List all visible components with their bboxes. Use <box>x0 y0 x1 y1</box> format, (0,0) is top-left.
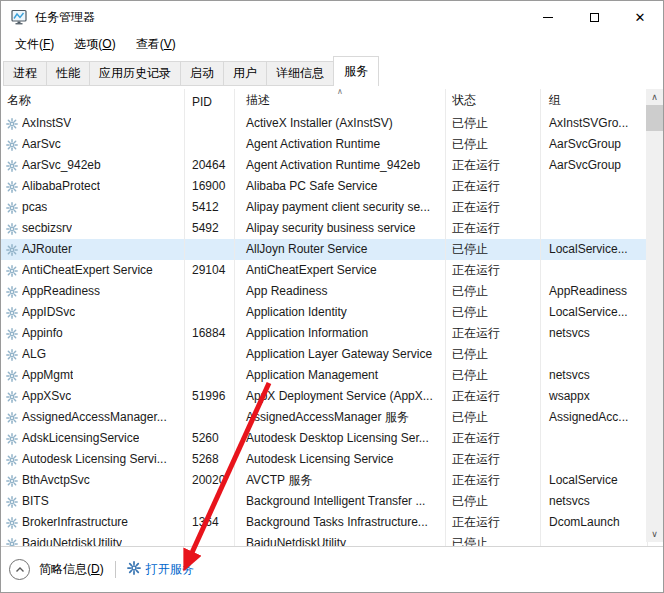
service-name: BrokerInfrastructure <box>22 512 128 533</box>
table-row[interactable]: AarSvc_942eb20464Agent Activation Runtim… <box>1 155 663 176</box>
tab-性能[interactable]: 性能 <box>46 61 90 86</box>
sort-ascending-icon: ∧ <box>337 89 343 96</box>
cell-status: 已停止 <box>446 281 541 302</box>
minimize-button[interactable] <box>525 1 571 33</box>
cell-status: 已停止 <box>446 239 541 260</box>
tab-用户[interactable]: 用户 <box>223 61 267 86</box>
table-row[interactable]: AppMgmtApplication Management已停止netsvcs <box>1 365 663 386</box>
column-header-name[interactable]: 名称 <box>1 89 185 113</box>
service-name: ALG <box>22 344 46 365</box>
cell-description: Alipay payment client security se... <box>235 197 446 218</box>
table-row[interactable]: AppReadinessApp Readiness已停止AppReadiness <box>1 281 663 302</box>
menu-item-o[interactable]: 选项(O) <box>68 34 121 55</box>
table-row[interactable]: AntiCheatExpert Service29104AntiCheatExp… <box>1 260 663 281</box>
service-gear-icon <box>6 412 18 424</box>
gear-icon <box>6 307 18 319</box>
maximize-button[interactable] <box>571 1 617 33</box>
column-header-pid[interactable]: PID <box>185 89 235 113</box>
service-name: AppXSvc <box>22 386 71 407</box>
cell-status: 已停止 <box>446 491 541 512</box>
table-row[interactable]: BthAvctpSvc20020AVCTP 服务正在运行LocalService <box>1 470 663 491</box>
gear-icon <box>6 286 18 298</box>
collapse-details-button[interactable] <box>9 559 30 580</box>
cell-status: 已停止 <box>446 365 541 386</box>
label-text: ) <box>112 37 116 51</box>
cell-status: 已停止 <box>446 113 541 134</box>
table-row[interactable]: AarSvcAgent Activation Runtime已停止AarSvcG… <box>1 134 663 155</box>
service-name: pcas <box>22 197 47 218</box>
window-title: 任务管理器 <box>35 9 95 26</box>
table-row[interactable]: Appinfo16884Application Information正在运行n… <box>1 323 663 344</box>
table-row[interactable]: BITSBackground Intelligent Transfer ...已… <box>1 491 663 512</box>
table-row[interactable]: AppIDSvcApplication Identity已停止LocalServ… <box>1 302 663 323</box>
gear-icon <box>6 160 18 172</box>
gear-icon <box>6 496 18 508</box>
cell-pid: 1364 <box>185 512 235 533</box>
cell-name: AxInstSV <box>1 113 185 134</box>
cell-description: Alibaba PC Safe Service <box>235 176 446 197</box>
column-header-label: 描述 <box>246 92 270 109</box>
tab-应用历史记录[interactable]: 应用历史记录 <box>89 61 181 86</box>
service-gear-icon <box>6 349 18 361</box>
table-row[interactable]: AxInstSVActiveX Installer (AxInstSV)已停止A… <box>1 113 663 134</box>
window-controls: ✕ <box>525 1 663 33</box>
cell-name: Autodesk Licensing Servi... <box>1 449 185 470</box>
close-button[interactable]: ✕ <box>617 1 663 33</box>
cell-name: AJRouter <box>1 239 185 260</box>
scrollbar-thumb[interactable] <box>646 105 663 131</box>
tab-启动[interactable]: 启动 <box>180 61 224 86</box>
column-header-description[interactable]: ∧ 描述 <box>235 89 446 113</box>
table-row[interactable]: AJRouterAllJoyn Router Service已停止LocalSe… <box>1 239 663 260</box>
open-services-link[interactable]: 打开服务 <box>127 561 194 578</box>
tab-进程[interactable]: 进程 <box>3 61 47 86</box>
table-row[interactable]: AdskLicensingService5260Autodesk Desktop… <box>1 428 663 449</box>
table-row[interactable]: Autodesk Licensing Servi...5268Autodesk … <box>1 449 663 470</box>
cell-group <box>541 260 648 281</box>
cell-group: AppReadiness <box>541 281 648 302</box>
column-header-group[interactable]: 组 <box>541 89 648 113</box>
tab-详细信息[interactable]: 详细信息 <box>266 61 334 86</box>
table-row[interactable]: AssignedAccessManager...AssignedAccessMa… <box>1 407 663 428</box>
service-gear-icon <box>6 391 18 403</box>
cell-description: Application Identity <box>235 302 446 323</box>
table-row[interactable]: secbizsrv5492Alipay security business se… <box>1 218 663 239</box>
scroll-up-icon: ∧ <box>651 92 658 102</box>
fewer-details-label[interactable]: 简略信息(D) <box>39 561 104 578</box>
cell-status: 已停止 <box>446 533 541 546</box>
title-bar: 任务管理器 ✕ <box>1 1 663 33</box>
tab-服务[interactable]: 服务 <box>333 56 379 86</box>
scroll-down-icon: ∨ <box>651 529 658 539</box>
menu-item-v[interactable]: 查看(V) <box>130 34 182 55</box>
status-bar: 简略信息(D) 打开服务 <box>1 546 663 592</box>
cell-group <box>541 218 648 239</box>
service-gear-icon <box>6 433 18 445</box>
cell-status: 正在运行 <box>446 386 541 407</box>
vertical-scrollbar[interactable]: ∧ ∨ <box>646 89 663 542</box>
menu-bar: 文件(F)选项(O)查看(V) <box>1 33 663 56</box>
cell-description: Agent Activation Runtime <box>235 134 446 155</box>
table-row[interactable]: pcas5412Alipay payment client security s… <box>1 197 663 218</box>
table-row[interactable]: ALGApplication Layer Gateway Service已停止 <box>1 344 663 365</box>
menu-item-f[interactable]: 文件(F) <box>9 34 60 55</box>
cell-description: BaiduNetdiskUtility <box>235 533 446 546</box>
cell-pid: 5260 <box>185 428 235 449</box>
minimize-icon <box>543 17 553 18</box>
scroll-down-button[interactable]: ∨ <box>646 526 663 542</box>
table-row[interactable]: AlibabaProtect16900Alibaba PC Safe Servi… <box>1 176 663 197</box>
cell-description: Alipay security business service <box>235 218 446 239</box>
cell-group: netsvcs <box>541 323 648 344</box>
table-row[interactable]: BaiduNetdiskUtilityBaiduNetdiskUtility已停… <box>1 533 663 546</box>
cell-name: AdskLicensingService <box>1 428 185 449</box>
cell-description: ActiveX Installer (AxInstSV) <box>235 113 446 134</box>
cell-status: 正在运行 <box>446 512 541 533</box>
cell-group: netsvcs <box>541 491 648 512</box>
service-name: AppMgmt <box>22 365 73 386</box>
cell-pid <box>185 239 235 260</box>
scroll-up-button[interactable]: ∧ <box>646 89 663 105</box>
table-row[interactable]: AppXSvc51996AppX Deployment Service (App… <box>1 386 663 407</box>
cell-pid: 5268 <box>185 449 235 470</box>
cell-description: AVCTP 服务 <box>235 470 446 491</box>
cell-group <box>541 449 648 470</box>
table-row[interactable]: BrokerInfrastructure1364Background Tasks… <box>1 512 663 533</box>
column-header-status[interactable]: 状态 <box>446 89 541 113</box>
